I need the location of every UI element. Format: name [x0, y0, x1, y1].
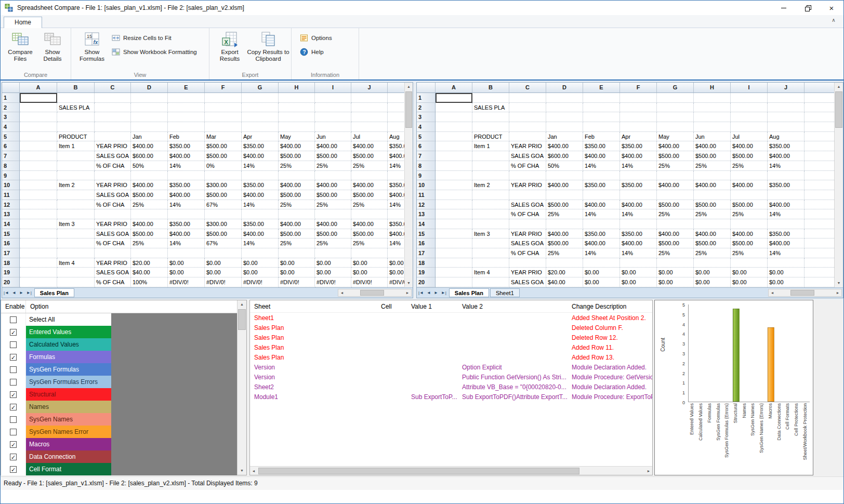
row-header[interactable]: 2 [417, 103, 436, 113]
cell[interactable] [768, 93, 805, 103]
cell[interactable] [20, 171, 57, 181]
cell[interactable]: SALES PLA [57, 103, 95, 113]
cell[interactable]: 14% [620, 248, 657, 258]
cell[interactable] [805, 277, 834, 287]
cell[interactable]: $500.00 [731, 151, 768, 161]
cell[interactable]: #DIV/0! [168, 277, 205, 287]
cell[interactable]: $500.00 [315, 151, 351, 161]
cell[interactable]: $400.00 [620, 238, 657, 248]
results-header-value1[interactable]: Value 1 [407, 303, 458, 310]
cell[interactable]: $500.00 [131, 229, 168, 239]
cell[interactable] [242, 248, 279, 258]
file2-vertical-scrollbar[interactable]: ▲ ▼ [834, 83, 843, 287]
cell[interactable] [131, 112, 168, 122]
cell[interactable] [546, 190, 583, 200]
cell[interactable]: $350.00 [620, 141, 657, 151]
scroll-down-button[interactable]: ▼ [835, 279, 843, 287]
cell[interactable] [694, 190, 731, 200]
cell[interactable]: $0.00 [731, 268, 768, 277]
row-header[interactable]: 16 [2, 238, 20, 248]
cell[interactable] [351, 209, 388, 219]
cell[interactable] [472, 122, 509, 132]
option-row-sysgen-names[interactable]: SysGen Names [1, 413, 237, 426]
cell[interactable] [583, 190, 620, 200]
cell[interactable]: $0.00 [620, 268, 657, 277]
resize-cells-button[interactable]: Resize Cells to Fit [112, 32, 172, 44]
cell[interactable] [509, 103, 546, 113]
cell[interactable] [351, 248, 388, 258]
cell[interactable] [436, 248, 472, 258]
cell[interactable]: 14% [388, 161, 404, 171]
column-header-a[interactable]: A [436, 83, 472, 93]
cell[interactable]: $0.00 [351, 258, 388, 268]
column-header-h[interactable]: H [694, 83, 731, 93]
cell[interactable]: $500.00 [546, 200, 583, 210]
column-header-c[interactable]: C [509, 83, 546, 93]
cell[interactable]: $400.00 [768, 238, 805, 248]
cell[interactable] [351, 93, 388, 103]
cell[interactable] [436, 219, 472, 229]
cell[interactable]: May [657, 132, 694, 142]
cell[interactable]: $400.00 [279, 219, 315, 229]
select-all-corner[interactable] [2, 83, 20, 93]
cell[interactable] [315, 112, 351, 122]
cell[interactable] [731, 190, 768, 200]
column-header-b[interactable]: B [57, 83, 95, 93]
checkbox-data-connection[interactable]: ✓ [10, 454, 17, 460]
sheet-tab-sales-plan[interactable]: Sales Plan [34, 288, 74, 297]
result-row[interactable]: VersionPublic Function GetVersion() As S… [250, 372, 652, 382]
cell[interactable] [805, 268, 834, 277]
cell[interactable] [472, 277, 509, 287]
cell[interactable]: 25% [546, 248, 583, 258]
cell[interactable] [436, 258, 472, 268]
collapse-ribbon-button[interactable]: ∧ [829, 17, 838, 25]
cell[interactable] [436, 161, 472, 171]
column-header-clipped[interactable] [805, 83, 834, 93]
cell[interactable]: Apr [242, 132, 279, 142]
cell[interactable] [509, 219, 546, 229]
last-sheet-button[interactable]: ►| [440, 290, 448, 295]
row-header[interactable]: 3 [417, 112, 436, 122]
cell[interactable]: $0.00 [388, 268, 404, 277]
cell[interactable]: $400.00 [279, 180, 315, 190]
cell[interactable] [583, 93, 620, 103]
cell[interactable] [805, 219, 834, 229]
cell[interactable] [436, 238, 472, 248]
cell[interactable]: $350.00 [242, 219, 279, 229]
options-vertical-scrollbar[interactable]: ▲ ▼ [237, 300, 246, 475]
column-header-j[interactable]: J [768, 83, 805, 93]
cell[interactable]: YEAR PRIO [509, 268, 546, 277]
row-header[interactable]: 5 [2, 132, 20, 142]
scroll-right-button[interactable]: ► [834, 291, 841, 295]
cell[interactable]: $400.00 [242, 151, 279, 161]
column-header-e[interactable]: E [168, 83, 205, 93]
cell[interactable]: SALES GOA [509, 238, 546, 248]
column-header-d[interactable]: D [546, 83, 583, 93]
cell[interactable] [20, 248, 57, 258]
cell[interactable]: $350.00 [583, 180, 620, 190]
cell[interactable]: $400.00 [351, 219, 388, 229]
cell[interactable]: $500.00 [657, 151, 694, 161]
cell[interactable] [509, 171, 546, 181]
last-sheet-button[interactable]: ►| [25, 290, 33, 295]
column-header-g[interactable]: G [657, 83, 694, 93]
cell[interactable]: $400.00 [279, 141, 315, 151]
cell[interactable]: 67% [205, 200, 242, 210]
sheet-tab-sheet1[interactable]: Sheet1 [490, 288, 520, 297]
cell[interactable] [95, 103, 131, 113]
checkbox-sysgen-names-error[interactable] [10, 429, 17, 435]
cell[interactable]: $350.00 [168, 141, 205, 151]
row-header[interactable]: 9 [2, 171, 20, 181]
column-header-c[interactable]: C [95, 83, 131, 93]
cell[interactable] [279, 93, 315, 103]
cell[interactable]: Jul [351, 132, 388, 142]
cell[interactable] [20, 258, 57, 268]
cell[interactable] [805, 122, 834, 132]
cell[interactable]: Item 1 [57, 141, 95, 151]
results-header-cell[interactable]: Cell [377, 303, 407, 310]
row-header[interactable]: 9 [417, 171, 436, 181]
cell[interactable]: $400.00 [242, 190, 279, 200]
cell[interactable] [546, 258, 583, 268]
cell[interactable]: $400.00 [657, 141, 694, 151]
column-header-e[interactable]: E [583, 83, 620, 93]
